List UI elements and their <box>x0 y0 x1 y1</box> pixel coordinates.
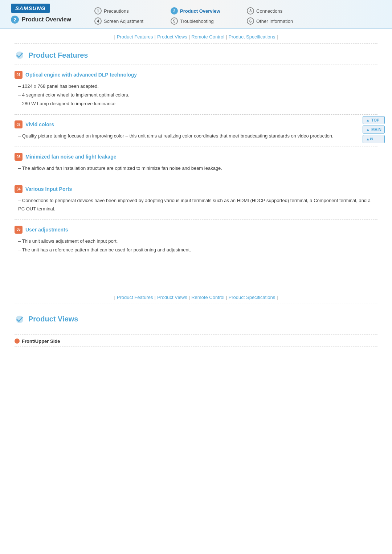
feature-05-bullet-2: – The unit has a reference pattern that … <box>18 246 377 254</box>
breadcrumb-b-product-specifications[interactable]: Product Specifications <box>229 295 275 300</box>
sep-1: | <box>155 34 156 40</box>
product-features-icon <box>15 50 25 60</box>
nav-label-precautions: Precautions <box>104 8 129 14</box>
header-left: SAMSUNG 2 Product Overview <box>11 4 83 27</box>
nav-badge-3: 3 <box>247 7 254 15</box>
spacer-1 <box>15 260 377 290</box>
nav-label-product-overview: Product Overview <box>180 8 220 14</box>
feature-04-body: – Connections to peripheral devices have… <box>15 197 377 213</box>
feature-05-title: User adjustments <box>25 227 68 233</box>
feature-03-badge: 03 <box>15 153 23 161</box>
feature-01-bullet-1: – 1024 x 768 panel has been adapted. <box>18 82 377 90</box>
product-views-title-block: Product Views <box>15 308 377 329</box>
sep-b-3: | <box>226 295 227 300</box>
feature-01-bullet-3: – 280 W Lamp designed to improve luminan… <box>18 100 377 108</box>
breadcrumb-remote-control[interactable]: Remote Control <box>191 34 224 40</box>
email-icon: ▲✉ <box>366 137 373 141</box>
sep-end: | <box>277 34 278 40</box>
breadcrumb-product-views[interactable]: Product Views <box>157 34 187 40</box>
feature-01-header: 01 Optical engine with advanced DLP tech… <box>15 71 377 79</box>
nav-label-troubleshooting: Troubleshooting <box>180 19 214 24</box>
feature-02-badge: 02 <box>15 120 23 128</box>
samsung-logo: SAMSUNG <box>11 4 50 13</box>
feature-02-title: Vivid colors <box>25 122 54 127</box>
current-section: 2 Product Overview <box>11 16 71 27</box>
feature-01-bullet-2: – 4 segment color wheel to implement opt… <box>18 91 377 99</box>
feature-03-body: – The airflow and fan installation struc… <box>15 164 377 172</box>
feature-02: 02 Vivid colors – Quality picture tuning… <box>15 114 377 147</box>
breadcrumb-top: | Product Features | Product Views | Rem… <box>15 29 377 44</box>
feature-04-header: 04 Various Input Ports <box>15 185 377 193</box>
current-section-badge: 2 <box>11 16 19 24</box>
nav-item-connections[interactable]: 3 Connections <box>247 7 319 15</box>
product-views-icon <box>15 314 25 324</box>
feature-03-title: Minimized fan noise and light leakage <box>25 154 117 160</box>
front-upper-dot <box>15 338 20 344</box>
nav-label-connections: Connections <box>256 8 282 14</box>
product-views-heading: Product Views <box>28 315 78 323</box>
nav-badge-1: 1 <box>94 7 102 15</box>
sep-b-end: | <box>277 295 278 300</box>
product-views-section: Product Views Front/Upper Side <box>15 308 377 346</box>
feature-04-title: Various Input Ports <box>25 186 72 192</box>
feature-04: 04 Various Input Ports – Connections to … <box>15 179 377 219</box>
sep-b-1: | <box>155 295 156 300</box>
product-features-title-block: Product Features <box>15 44 377 65</box>
feature-01-body: – 1024 x 768 panel has been adapted. – 4… <box>15 82 377 108</box>
sep-3: | <box>226 34 227 40</box>
email-button[interactable]: ▲✉ <box>363 135 385 143</box>
feature-04-bullet-1: – Connections to peripheral devices have… <box>18 197 377 213</box>
nav-badge-5: 5 <box>171 17 178 25</box>
breadcrumb-product-specifications[interactable]: Product Specifications <box>229 34 275 40</box>
sep-b-start: | <box>114 295 115 300</box>
nav-badge-6: 6 <box>247 17 254 25</box>
front-upper-badge: Front/Upper Side <box>15 335 377 346</box>
main-arrow-icon: ▲ <box>366 127 370 132</box>
nav-label-screen-adjustment: Screen Adjustment <box>104 19 143 24</box>
feature-02-body: – Quality picture tuning focused on impr… <box>15 132 377 140</box>
nav-badge-4: 4 <box>94 17 102 25</box>
nav-badge-2: 2 <box>171 7 178 15</box>
main-label: MAIN <box>371 127 381 132</box>
breadcrumb-b-product-views[interactable]: Product Views <box>157 295 187 300</box>
current-section-label: Product Overview <box>22 16 71 23</box>
breadcrumb-b-remote-control[interactable]: Remote Control <box>191 295 224 300</box>
feature-05-bullet-1: – This unit allows adjustment of each in… <box>18 237 377 245</box>
feature-05-header: 05 User adjustments <box>15 226 377 234</box>
top-button[interactable]: ▲ TOP <box>363 116 385 124</box>
page-header: SAMSUNG 2 Product Overview 1 Precautions… <box>0 0 392 29</box>
nav-item-product-overview[interactable]: 2 Product Overview <box>171 7 243 15</box>
nav-grid: 1 Precautions 2 Product Overview 3 Conne… <box>94 4 319 28</box>
feature-05-body: – This unit allows adjustment of each in… <box>15 237 377 254</box>
nav-item-other-information[interactable]: 6 Other Information <box>247 17 319 25</box>
nav-item-troubleshooting[interactable]: 5 Troubleshooting <box>171 17 243 25</box>
top-arrow-icon: ▲ <box>366 118 370 122</box>
top-label: TOP <box>371 118 379 122</box>
sep-b-2: | <box>189 295 190 300</box>
feature-04-badge: 04 <box>15 185 23 193</box>
feature-03: 03 Minimized fan noise and light leakage… <box>15 147 377 179</box>
front-upper-divider <box>15 346 377 346</box>
feature-03-header: 03 Minimized fan noise and light leakage <box>15 153 377 161</box>
product-features-heading: Product Features <box>28 51 88 59</box>
main-content: | Product Features | Product Views | Rem… <box>0 29 392 346</box>
nav-item-precautions[interactable]: 1 Precautions <box>94 7 167 15</box>
feature-01: 01 Optical engine with advanced DLP tech… <box>15 65 377 114</box>
breadcrumb-product-features[interactable]: Product Features <box>117 34 153 40</box>
sep-start: | <box>114 34 115 40</box>
feature-05-badge: 05 <box>15 226 23 234</box>
feature-03-bullet-1: – The airflow and fan installation struc… <box>18 164 377 172</box>
feature-02-header: 02 Vivid colors <box>15 120 377 128</box>
feature-02-bullet-1: – Quality picture tuning focused on impr… <box>18 132 377 140</box>
nav-label-other-information: Other Information <box>256 19 293 24</box>
feature-05: 05 User adjustments – This unit allows a… <box>15 219 377 260</box>
front-upper-label: Front/Upper Side <box>22 338 60 344</box>
nav-item-screen-adjustment[interactable]: 4 Screen Adjustment <box>94 17 167 25</box>
sep-2: | <box>189 34 190 40</box>
main-button[interactable]: ▲ MAIN <box>363 126 385 134</box>
breadcrumb-b-product-features[interactable]: Product Features <box>117 295 153 300</box>
feature-01-badge: 01 <box>15 71 23 79</box>
spacer-2 <box>15 329 377 335</box>
breadcrumb-bottom: | Product Features | Product Views | Rem… <box>15 290 377 304</box>
side-buttons: ▲ TOP ▲ MAIN ▲✉ <box>363 116 385 143</box>
